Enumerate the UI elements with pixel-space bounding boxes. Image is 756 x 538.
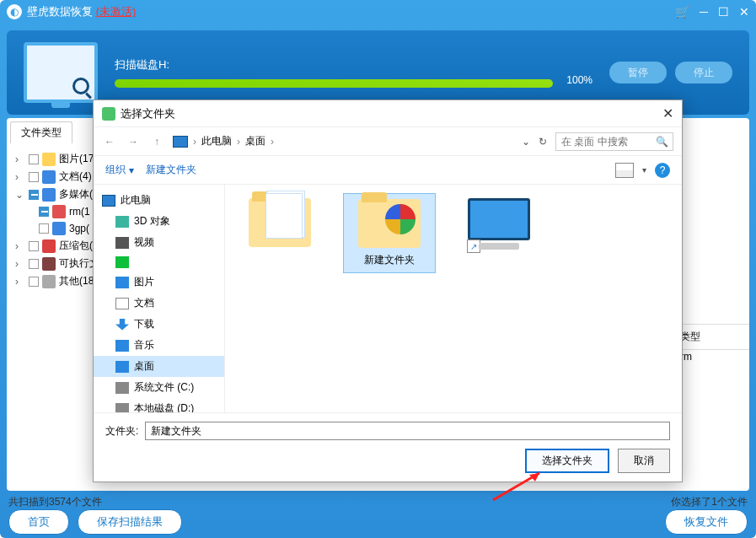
nav-back-icon[interactable]: ← <box>102 136 117 148</box>
row-type-value: rm <box>673 347 749 366</box>
minimize-icon[interactable]: ─ <box>700 5 708 19</box>
chevron-down-icon: ▾ <box>129 164 134 176</box>
folder-name-label: 文件夹: <box>105 424 138 438</box>
sidebar-item-desktop[interactable]: 桌面 <box>94 356 224 377</box>
sidebar-item-3d-objects[interactable]: 3D 对象 <box>94 211 224 232</box>
dialog-toolbar: 组织 ▾ 新建文件夹 ▾ ? <box>94 156 682 185</box>
status-bar: 共扫描到3574个文件 你选择了1个文件 <box>8 495 748 509</box>
footer-buttons: 首页 保存扫描结果 恢复文件 <box>8 509 748 535</box>
app-logo-icon: ◐ <box>7 4 22 19</box>
home-button[interactable]: 首页 <box>8 509 69 535</box>
chevron-down-icon[interactable]: ▾ <box>642 165 646 175</box>
sidebar-item-pictures[interactable]: 图片 <box>94 272 224 293</box>
sidebar-item-iqiyi[interactable] <box>94 253 224 272</box>
breadcrumb-dropdown-icon[interactable]: ⌄ <box>522 136 530 148</box>
close-icon[interactable]: ✕ <box>739 5 749 19</box>
maximize-icon[interactable]: ☐ <box>718 5 729 19</box>
scan-disk-label: 扫描磁盘H: <box>115 57 592 73</box>
app-title: 壁虎数据恢复 (未激活) <box>27 4 675 19</box>
main-window: ◐ 壁虎数据恢复 (未激活) 🛒 ─ ☐ ✕ 扫描磁盘H: 100% 暂停 停止… <box>0 0 756 538</box>
dialog-file-pane: 新建文件夹 ↗ <box>225 185 682 412</box>
scan-progress-bar <box>115 79 553 88</box>
folder-icon <box>249 198 311 247</box>
sidebar-item-music[interactable]: 音乐 <box>94 335 224 356</box>
sidebar-item-documents[interactable]: 文档 <box>94 293 224 314</box>
status-scanned: 共扫描到3574个文件 <box>8 495 102 509</box>
dialog-footer: 文件夹: 选择文件夹 取消 <box>94 412 682 482</box>
breadcrumb[interactable]: › 此电脑 › 桌面 › <box>173 134 513 148</box>
monitor-scan-icon <box>24 42 98 103</box>
new-folder-button[interactable]: 新建文件夹 <box>146 163 196 177</box>
pause-button[interactable]: 暂停 <box>609 62 667 83</box>
view-mode-icon[interactable] <box>615 163 634 178</box>
stop-button[interactable]: 停止 <box>675 62 732 83</box>
help-icon[interactable]: ? <box>655 163 670 178</box>
refresh-icon[interactable]: ↻ <box>539 136 547 148</box>
column-type-header[interactable]: 类型 <box>673 324 749 350</box>
organize-button[interactable]: 组织 ▾ <box>105 163 134 177</box>
sidebar-item-this-pc[interactable]: 此电脑 <box>94 190 224 211</box>
save-scan-button[interactable]: 保存扫描结果 <box>78 509 182 535</box>
file-item-folder[interactable] <box>233 193 326 257</box>
dialog-title: 选择文件夹 <box>121 106 175 121</box>
scan-percent: 100% <box>566 74 592 86</box>
cancel-button[interactable]: 取消 <box>618 449 670 473</box>
sidebar-item-drive-d[interactable]: 本地磁盘 (D:) <box>94 398 224 412</box>
folder-icon <box>358 199 421 248</box>
folder-picker-dialog: 选择文件夹 ✕ ← → ↑ › 此电脑 › 桌面 › ⌄ ↻ 🔍 组织 ▾ <box>93 100 683 482</box>
window-controls: 🛒 ─ ☐ ✕ <box>675 5 749 19</box>
sidebar-item-videos[interactable]: 视频 <box>94 232 224 253</box>
pc-icon <box>173 136 188 148</box>
file-item-new-folder[interactable]: 新建文件夹 <box>343 193 436 273</box>
monitor-icon: ↗ <box>468 198 530 240</box>
dialog-nav: ← → ↑ › 此电脑 › 桌面 › ⌄ ↻ 🔍 <box>94 127 682 156</box>
recover-button[interactable]: 恢复文件 <box>665 509 748 535</box>
not-activated-link[interactable]: (未激活) <box>96 5 137 18</box>
dialog-titlebar: 选择文件夹 ✕ <box>94 100 682 127</box>
sidebar-item-downloads[interactable]: 下载 <box>94 314 224 335</box>
dialog-icon <box>102 107 115 121</box>
dialog-close-icon[interactable]: ✕ <box>662 105 673 121</box>
cart-icon[interactable]: 🛒 <box>675 5 689 19</box>
nav-forward-icon[interactable]: → <box>126 136 141 148</box>
folder-name-input[interactable] <box>145 422 670 440</box>
tab-file-type[interactable]: 文件类型 <box>10 121 72 143</box>
dialog-sidebar: 此电脑 3D 对象 视频 图片 文档 下载 音乐 桌面 系统文件 (C:) 本地… <box>94 185 225 412</box>
file-item-shortcut[interactable]: ↗ <box>453 193 545 250</box>
nav-up-icon[interactable]: ↑ <box>149 136 164 148</box>
status-selected: 你选择了1个文件 <box>671 495 748 509</box>
titlebar: ◐ 壁虎数据恢复 (未激活) 🛒 ─ ☐ ✕ <box>0 0 756 24</box>
sidebar-item-drive-c[interactable]: 系统文件 (C:) <box>94 377 224 398</box>
search-icon[interactable]: 🔍 <box>656 136 668 148</box>
select-folder-button[interactable]: 选择文件夹 <box>525 449 609 473</box>
